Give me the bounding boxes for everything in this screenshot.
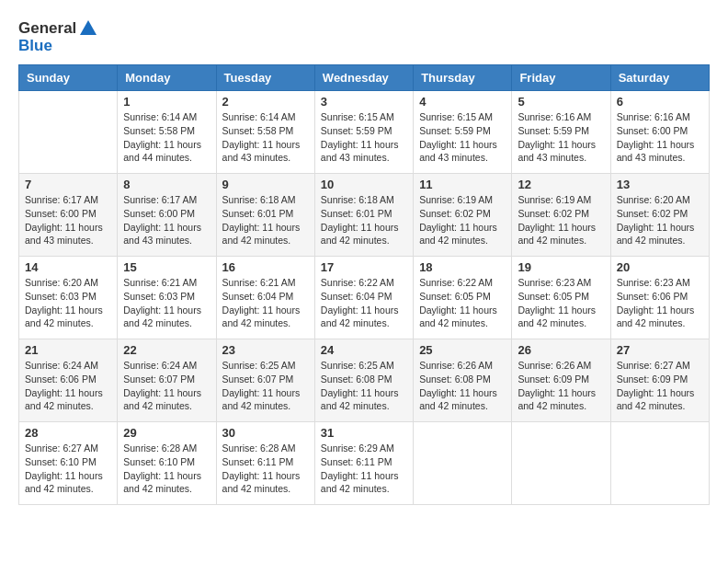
calendar-cell (610, 422, 709, 505)
calendar-cell: 10Sunrise: 6:18 AM Sunset: 6:01 PM Dayli… (314, 174, 413, 257)
calendar-cell: 8Sunrise: 6:17 AM Sunset: 6:00 PM Daylig… (118, 174, 216, 257)
day-info: Sunrise: 6:17 AM Sunset: 6:00 PM Dayligh… (123, 193, 210, 247)
weekday-header-thursday: Thursday (414, 65, 512, 91)
day-info: Sunrise: 6:27 AM Sunset: 6:10 PM Dayligh… (25, 442, 111, 496)
logo-text: General Blue (18, 18, 98, 55)
week-row-3: 14Sunrise: 6:20 AM Sunset: 6:03 PM Dayli… (19, 257, 710, 339)
day-info: Sunrise: 6:23 AM Sunset: 6:05 PM Dayligh… (518, 276, 604, 330)
week-row-1: 1Sunrise: 6:14 AM Sunset: 5:58 PM Daylig… (19, 91, 710, 174)
day-info: Sunrise: 6:29 AM Sunset: 6:11 PM Dayligh… (321, 442, 407, 496)
svg-marker-0 (80, 20, 97, 35)
day-number: 25 (419, 343, 506, 357)
day-info: Sunrise: 6:22 AM Sunset: 6:04 PM Dayligh… (321, 276, 407, 330)
day-number: 16 (222, 260, 309, 274)
day-number: 28 (25, 426, 111, 440)
weekday-header-friday: Friday (512, 65, 610, 91)
day-number: 29 (123, 426, 210, 440)
calendar-table: SundayMondayTuesdayWednesdayThursdayFrid… (18, 64, 710, 505)
calendar-cell: 3Sunrise: 6:15 AM Sunset: 5:59 PM Daylig… (314, 91, 413, 174)
calendar-cell: 5Sunrise: 6:16 AM Sunset: 5:59 PM Daylig… (512, 91, 610, 174)
weekday-header-tuesday: Tuesday (216, 65, 314, 91)
day-number: 24 (321, 343, 407, 357)
calendar-cell: 12Sunrise: 6:19 AM Sunset: 6:02 PM Dayli… (512, 174, 610, 257)
day-number: 21 (25, 343, 111, 357)
calendar-cell: 18Sunrise: 6:22 AM Sunset: 6:05 PM Dayli… (414, 257, 512, 339)
day-number: 30 (222, 426, 309, 440)
calendar-cell: 17Sunrise: 6:22 AM Sunset: 6:04 PM Dayli… (314, 257, 413, 339)
calendar-cell: 7Sunrise: 6:17 AM Sunset: 6:00 PM Daylig… (19, 174, 118, 257)
calendar-cell: 11Sunrise: 6:19 AM Sunset: 6:02 PM Dayli… (414, 174, 512, 257)
calendar-cell (512, 422, 610, 505)
calendar-cell: 15Sunrise: 6:21 AM Sunset: 6:03 PM Dayli… (118, 257, 216, 339)
day-info: Sunrise: 6:21 AM Sunset: 6:04 PM Dayligh… (222, 276, 309, 330)
week-row-4: 21Sunrise: 6:24 AM Sunset: 6:06 PM Dayli… (19, 339, 710, 422)
day-info: Sunrise: 6:27 AM Sunset: 6:09 PM Dayligh… (617, 359, 703, 413)
calendar-cell (414, 422, 512, 505)
day-info: Sunrise: 6:14 AM Sunset: 5:58 PM Dayligh… (222, 110, 309, 165)
calendar-cell: 4Sunrise: 6:15 AM Sunset: 5:59 PM Daylig… (414, 91, 512, 174)
weekday-header-saturday: Saturday (610, 65, 709, 91)
weekday-header-sunday: Sunday (19, 65, 118, 91)
day-number: 5 (518, 95, 604, 109)
day-number: 31 (321, 426, 407, 440)
calendar-cell: 23Sunrise: 6:25 AM Sunset: 6:07 PM Dayli… (216, 339, 314, 422)
day-info: Sunrise: 6:18 AM Sunset: 6:01 PM Dayligh… (222, 193, 309, 247)
calendar-cell: 20Sunrise: 6:23 AM Sunset: 6:06 PM Dayli… (610, 257, 709, 339)
day-number: 15 (123, 260, 210, 274)
day-info: Sunrise: 6:19 AM Sunset: 6:02 PM Dayligh… (518, 193, 604, 247)
calendar-cell (19, 91, 118, 174)
day-info: Sunrise: 6:16 AM Sunset: 6:00 PM Dayligh… (617, 110, 703, 165)
calendar-cell: 29Sunrise: 6:28 AM Sunset: 6:10 PM Dayli… (118, 422, 216, 505)
day-info: Sunrise: 6:22 AM Sunset: 6:05 PM Dayligh… (419, 276, 506, 330)
weekday-header-wednesday: Wednesday (314, 65, 413, 91)
calendar-cell: 6Sunrise: 6:16 AM Sunset: 6:00 PM Daylig… (610, 91, 709, 174)
calendar-cell: 26Sunrise: 6:26 AM Sunset: 6:09 PM Dayli… (512, 339, 610, 422)
week-row-5: 28Sunrise: 6:27 AM Sunset: 6:10 PM Dayli… (19, 422, 710, 505)
day-number: 1 (123, 95, 210, 109)
day-number: 23 (222, 343, 309, 357)
day-info: Sunrise: 6:15 AM Sunset: 5:59 PM Dayligh… (419, 110, 506, 165)
logo-general: General (18, 19, 76, 38)
calendar-cell: 22Sunrise: 6:24 AM Sunset: 6:07 PM Dayli… (118, 339, 216, 422)
calendar-cell: 25Sunrise: 6:26 AM Sunset: 6:08 PM Dayli… (414, 339, 512, 422)
calendar-cell: 9Sunrise: 6:18 AM Sunset: 6:01 PM Daylig… (216, 174, 314, 257)
day-info: Sunrise: 6:20 AM Sunset: 6:03 PM Dayligh… (25, 276, 111, 330)
logo: General Blue (18, 18, 98, 55)
day-number: 6 (617, 95, 703, 109)
weekday-header-row: SundayMondayTuesdayWednesdayThursdayFrid… (19, 65, 710, 91)
day-number: 14 (25, 260, 111, 274)
day-number: 7 (25, 178, 111, 191)
week-row-2: 7Sunrise: 6:17 AM Sunset: 6:00 PM Daylig… (19, 174, 710, 257)
day-info: Sunrise: 6:23 AM Sunset: 6:06 PM Dayligh… (617, 276, 703, 330)
day-info: Sunrise: 6:20 AM Sunset: 6:02 PM Dayligh… (617, 193, 703, 247)
day-number: 11 (419, 178, 506, 191)
calendar-cell: 19Sunrise: 6:23 AM Sunset: 6:05 PM Dayli… (512, 257, 610, 339)
day-info: Sunrise: 6:17 AM Sunset: 6:00 PM Dayligh… (25, 193, 111, 247)
day-number: 13 (617, 178, 703, 191)
day-number: 10 (321, 178, 407, 191)
logo-icon (78, 18, 98, 39)
calendar-cell: 21Sunrise: 6:24 AM Sunset: 6:06 PM Dayli… (19, 339, 118, 422)
page-header: General Blue (18, 18, 710, 55)
day-info: Sunrise: 6:26 AM Sunset: 6:08 PM Dayligh… (419, 359, 506, 413)
calendar-cell: 14Sunrise: 6:20 AM Sunset: 6:03 PM Dayli… (19, 257, 118, 339)
day-info: Sunrise: 6:14 AM Sunset: 5:58 PM Dayligh… (123, 110, 210, 165)
day-number: 26 (518, 343, 604, 357)
day-info: Sunrise: 6:26 AM Sunset: 6:09 PM Dayligh… (518, 359, 604, 413)
day-info: Sunrise: 6:25 AM Sunset: 6:07 PM Dayligh… (222, 359, 309, 413)
day-number: 12 (518, 178, 604, 191)
day-info: Sunrise: 6:15 AM Sunset: 5:59 PM Dayligh… (321, 110, 407, 165)
day-info: Sunrise: 6:16 AM Sunset: 5:59 PM Dayligh… (518, 110, 604, 165)
calendar-cell: 28Sunrise: 6:27 AM Sunset: 6:10 PM Dayli… (19, 422, 118, 505)
calendar-cell: 2Sunrise: 6:14 AM Sunset: 5:58 PM Daylig… (216, 91, 314, 174)
day-info: Sunrise: 6:24 AM Sunset: 6:06 PM Dayligh… (25, 359, 111, 413)
weekday-header-monday: Monday (118, 65, 216, 91)
day-info: Sunrise: 6:18 AM Sunset: 6:01 PM Dayligh… (321, 193, 407, 247)
day-info: Sunrise: 6:21 AM Sunset: 6:03 PM Dayligh… (123, 276, 210, 330)
day-number: 8 (123, 178, 210, 191)
day-info: Sunrise: 6:28 AM Sunset: 6:10 PM Dayligh… (123, 442, 210, 496)
day-number: 20 (617, 260, 703, 274)
day-number: 18 (419, 260, 506, 274)
calendar-cell: 30Sunrise: 6:28 AM Sunset: 6:11 PM Dayli… (216, 422, 314, 505)
day-number: 3 (321, 95, 407, 109)
